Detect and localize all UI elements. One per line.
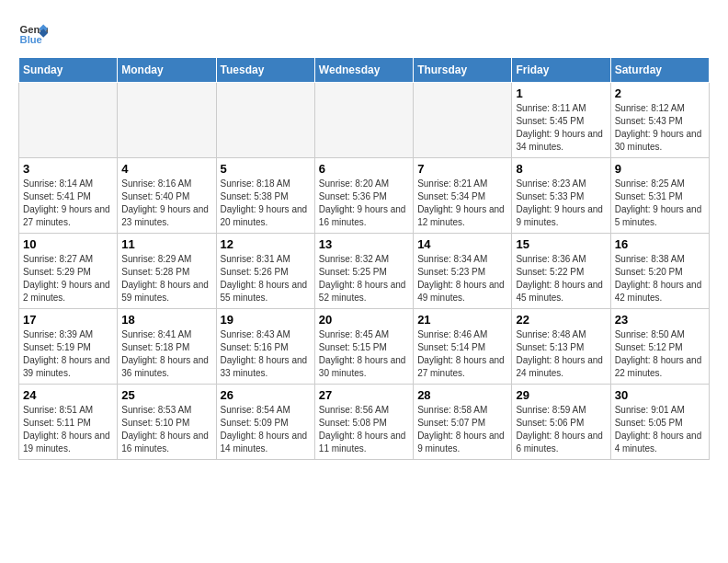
day-number: 30 — [615, 388, 705, 402]
day-number: 11 — [121, 237, 211, 251]
day-info: Sunrise: 8:59 AM Sunset: 5:06 PM Dayligh… — [516, 404, 606, 455]
day-info: Sunrise: 8:32 AM Sunset: 5:25 PM Dayligh… — [319, 253, 409, 304]
calendar-cell: 2Sunrise: 8:12 AM Sunset: 5:43 PM Daylig… — [610, 83, 709, 158]
day-number: 29 — [516, 388, 606, 402]
calendar-cell: 5Sunrise: 8:18 AM Sunset: 5:38 PM Daylig… — [216, 158, 314, 234]
calendar-table: SundayMondayTuesdayWednesdayThursdayFrid… — [18, 57, 710, 460]
calendar-cell: 29Sunrise: 8:59 AM Sunset: 5:06 PM Dayli… — [512, 385, 610, 460]
weekday-header-row: SundayMondayTuesdayWednesdayThursdayFrid… — [19, 58, 710, 83]
calendar-cell — [314, 83, 413, 158]
day-info: Sunrise: 8:27 AM Sunset: 5:29 PM Dayligh… — [23, 253, 113, 304]
day-info: Sunrise: 8:39 AM Sunset: 5:19 PM Dayligh… — [23, 328, 113, 380]
calendar-cell — [19, 83, 118, 158]
calendar-cell: 21Sunrise: 8:46 AM Sunset: 5:14 PM Dayli… — [414, 309, 512, 385]
calendar-cell: 1Sunrise: 8:11 AM Sunset: 5:45 PM Daylig… — [512, 83, 610, 158]
day-number: 18 — [121, 313, 211, 327]
day-info: Sunrise: 8:53 AM Sunset: 5:10 PM Dayligh… — [121, 404, 211, 455]
day-info: Sunrise: 8:16 AM Sunset: 5:40 PM Dayligh… — [121, 178, 211, 229]
day-number: 19 — [221, 313, 311, 327]
weekday-header-friday: Friday — [512, 58, 610, 83]
logo-icon: General Blue — [18, 18, 48, 48]
calendar-cell: 9Sunrise: 8:25 AM Sunset: 5:31 PM Daylig… — [610, 158, 709, 234]
calendar-cell: 16Sunrise: 8:38 AM Sunset: 5:20 PM Dayli… — [610, 234, 709, 309]
calendar-cell — [118, 83, 216, 158]
day-info: Sunrise: 8:56 AM Sunset: 5:08 PM Dayligh… — [319, 404, 409, 455]
calendar-cell: 10Sunrise: 8:27 AM Sunset: 5:29 PM Dayli… — [19, 234, 118, 309]
day-info: Sunrise: 8:34 AM Sunset: 5:23 PM Dayligh… — [417, 253, 507, 304]
day-number: 27 — [319, 388, 409, 402]
calendar-week-1: 1Sunrise: 8:11 AM Sunset: 5:45 PM Daylig… — [19, 83, 710, 158]
day-info: Sunrise: 8:18 AM Sunset: 5:38 PM Dayligh… — [221, 178, 311, 229]
day-number: 15 — [516, 237, 606, 251]
day-number: 13 — [319, 237, 409, 251]
day-number: 26 — [221, 388, 311, 402]
day-number: 14 — [417, 237, 507, 251]
weekday-header-monday: Monday — [118, 58, 216, 83]
day-number: 3 — [23, 162, 113, 176]
calendar-cell: 8Sunrise: 8:23 AM Sunset: 5:33 PM Daylig… — [512, 158, 610, 234]
calendar-week-5: 24Sunrise: 8:51 AM Sunset: 5:11 PM Dayli… — [19, 385, 710, 460]
day-number: 21 — [417, 313, 507, 327]
calendar-cell — [414, 83, 512, 158]
calendar-week-4: 17Sunrise: 8:39 AM Sunset: 5:19 PM Dayli… — [19, 309, 710, 385]
day-number: 4 — [121, 162, 211, 176]
day-info: Sunrise: 8:54 AM Sunset: 5:09 PM Dayligh… — [221, 404, 311, 455]
day-info: Sunrise: 8:36 AM Sunset: 5:22 PM Dayligh… — [516, 253, 606, 304]
calendar-cell: 27Sunrise: 8:56 AM Sunset: 5:08 PM Dayli… — [314, 385, 413, 460]
day-info: Sunrise: 8:31 AM Sunset: 5:26 PM Dayligh… — [221, 253, 311, 304]
calendar-cell: 17Sunrise: 8:39 AM Sunset: 5:19 PM Dayli… — [19, 309, 118, 385]
day-number: 25 — [121, 388, 211, 402]
day-info: Sunrise: 8:43 AM Sunset: 5:16 PM Dayligh… — [221, 328, 311, 380]
day-number: 23 — [615, 313, 705, 327]
calendar-cell: 26Sunrise: 8:54 AM Sunset: 5:09 PM Dayli… — [216, 385, 314, 460]
day-number: 28 — [417, 388, 507, 402]
svg-text:Blue: Blue — [20, 34, 42, 45]
calendar-cell: 25Sunrise: 8:53 AM Sunset: 5:10 PM Dayli… — [118, 385, 216, 460]
day-number: 9 — [615, 162, 705, 176]
weekday-header-sunday: Sunday — [19, 58, 118, 83]
calendar-week-2: 3Sunrise: 8:14 AM Sunset: 5:41 PM Daylig… — [19, 158, 710, 234]
calendar-cell — [216, 83, 314, 158]
day-number: 1 — [516, 86, 606, 100]
calendar-cell: 28Sunrise: 8:58 AM Sunset: 5:07 PM Dayli… — [414, 385, 512, 460]
calendar-cell: 20Sunrise: 8:45 AM Sunset: 5:15 PM Dayli… — [314, 309, 413, 385]
weekday-header-wednesday: Wednesday — [314, 58, 413, 83]
calendar-cell: 22Sunrise: 8:48 AM Sunset: 5:13 PM Dayli… — [512, 309, 610, 385]
logo: General Blue — [18, 18, 51, 48]
calendar-cell: 18Sunrise: 8:41 AM Sunset: 5:18 PM Dayli… — [118, 309, 216, 385]
day-info: Sunrise: 8:45 AM Sunset: 5:15 PM Dayligh… — [319, 328, 409, 380]
calendar-cell: 19Sunrise: 8:43 AM Sunset: 5:16 PM Dayli… — [216, 309, 314, 385]
calendar-cell: 6Sunrise: 8:20 AM Sunset: 5:36 PM Daylig… — [314, 158, 413, 234]
day-number: 7 — [417, 162, 507, 176]
day-number: 5 — [221, 162, 311, 176]
calendar-cell: 7Sunrise: 8:21 AM Sunset: 5:34 PM Daylig… — [414, 158, 512, 234]
calendar-cell: 13Sunrise: 8:32 AM Sunset: 5:25 PM Dayli… — [314, 234, 413, 309]
day-info: Sunrise: 8:21 AM Sunset: 5:34 PM Dayligh… — [417, 178, 507, 229]
day-info: Sunrise: 8:12 AM Sunset: 5:43 PM Dayligh… — [615, 102, 705, 154]
day-info: Sunrise: 8:51 AM Sunset: 5:11 PM Dayligh… — [23, 404, 113, 455]
day-number: 16 — [615, 237, 705, 251]
day-number: 24 — [23, 388, 113, 402]
weekday-header-tuesday: Tuesday — [216, 58, 314, 83]
day-info: Sunrise: 8:20 AM Sunset: 5:36 PM Dayligh… — [319, 178, 409, 229]
calendar-cell: 3Sunrise: 8:14 AM Sunset: 5:41 PM Daylig… — [19, 158, 118, 234]
day-info: Sunrise: 8:25 AM Sunset: 5:31 PM Dayligh… — [615, 178, 705, 229]
day-info: Sunrise: 8:48 AM Sunset: 5:13 PM Dayligh… — [516, 328, 606, 380]
day-info: Sunrise: 8:41 AM Sunset: 5:18 PM Dayligh… — [121, 328, 211, 380]
calendar-cell: 11Sunrise: 8:29 AM Sunset: 5:28 PM Dayli… — [118, 234, 216, 309]
day-info: Sunrise: 8:23 AM Sunset: 5:33 PM Dayligh… — [516, 178, 606, 229]
weekday-header-thursday: Thursday — [414, 58, 512, 83]
day-number: 17 — [23, 313, 113, 327]
weekday-header-saturday: Saturday — [610, 58, 709, 83]
day-info: Sunrise: 8:50 AM Sunset: 5:12 PM Dayligh… — [615, 328, 705, 380]
calendar-body: 1Sunrise: 8:11 AM Sunset: 5:45 PM Daylig… — [19, 83, 710, 460]
day-number: 10 — [23, 237, 113, 251]
day-info: Sunrise: 8:38 AM Sunset: 5:20 PM Dayligh… — [615, 253, 705, 304]
day-info: Sunrise: 9:01 AM Sunset: 5:05 PM Dayligh… — [615, 404, 705, 455]
calendar-cell: 12Sunrise: 8:31 AM Sunset: 5:26 PM Dayli… — [216, 234, 314, 309]
day-number: 12 — [221, 237, 311, 251]
calendar-cell: 14Sunrise: 8:34 AM Sunset: 5:23 PM Dayli… — [414, 234, 512, 309]
calendar-cell: 24Sunrise: 8:51 AM Sunset: 5:11 PM Dayli… — [19, 385, 118, 460]
day-number: 6 — [319, 162, 409, 176]
calendar-cell: 30Sunrise: 9:01 AM Sunset: 5:05 PM Dayli… — [610, 385, 709, 460]
